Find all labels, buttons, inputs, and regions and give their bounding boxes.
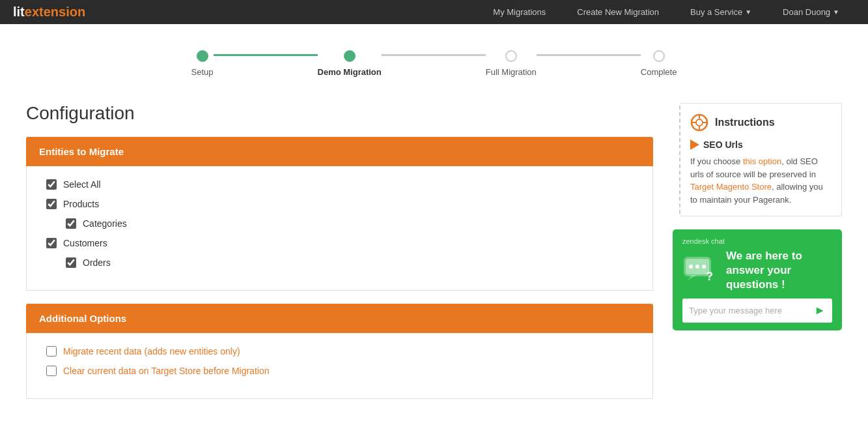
- checkbox-migrate-recent: Migrate recent data (adds new entities o…: [46, 346, 633, 357]
- step-circle-demo: [344, 50, 356, 62]
- brand-extension: extension: [25, 5, 85, 20]
- stepper-container: Setup Demo Migration Full Migration Comp…: [0, 24, 868, 90]
- step-complete: Complete: [641, 50, 677, 77]
- svg-point-1: [696, 119, 703, 126]
- checkbox-customers: Customers: [46, 238, 633, 248]
- svg-point-8: [689, 265, 693, 269]
- left-panel: Configuration Entities to Migrate Select…: [26, 103, 653, 412]
- checkbox-clear-data: Clear current data on Target Store befor…: [46, 366, 633, 376]
- step-circle-setup: [197, 50, 208, 62]
- checkbox-clear-data-input[interactable]: [46, 366, 57, 376]
- checkbox-customers-label[interactable]: Customers: [63, 238, 107, 248]
- zendesk-header: zendesk chat: [682, 237, 832, 245]
- chevron-down-icon: ▼: [833, 8, 839, 16]
- checkbox-categories-label[interactable]: Categories: [83, 218, 127, 229]
- nav-my-migrations[interactable]: My Migrations: [477, 0, 561, 24]
- step-demo-migration: Demo Migration: [318, 50, 382, 77]
- nav-buy-service[interactable]: Buy a Service ▼: [675, 0, 767, 24]
- entities-section: Entities to Migrate Select All Products …: [26, 137, 653, 291]
- instructions-title: Instructions: [715, 117, 775, 128]
- instructions-icon: [690, 113, 708, 132]
- options-section-header: Additional Options: [26, 304, 653, 333]
- checkbox-orders-input[interactable]: [66, 257, 76, 268]
- chat-input-bar[interactable]: Type your message here ►: [682, 299, 832, 323]
- svg-point-10: [702, 265, 706, 269]
- options-section: Additional Options Migrate recent data (…: [26, 304, 653, 399]
- main-content: Configuration Entities to Migrate Select…: [0, 90, 868, 412]
- step-circle-full: [505, 50, 517, 62]
- chevron-down-icon: ▼: [745, 8, 751, 16]
- entities-section-header: Entities to Migrate: [26, 137, 653, 166]
- checkbox-categories: Categories: [66, 218, 633, 229]
- checkbox-select-all-label[interactable]: Select All: [63, 179, 101, 190]
- step-label-demo: Demo Migration: [318, 67, 382, 77]
- seo-arrow-icon: [690, 139, 699, 150]
- chat-icon-svg: ?: [682, 252, 718, 287]
- checkbox-migrate-recent-label[interactable]: Migrate recent data (adds new entities o…: [63, 346, 240, 357]
- zendesk-message: We are here to answer your questions !: [726, 249, 832, 292]
- nav-links: My Migrations Create New Migration Buy a…: [477, 0, 855, 24]
- step-circle-complete: [653, 50, 665, 62]
- step-line-3: [537, 54, 641, 56]
- chat-send-icon[interactable]: ►: [814, 304, 826, 317]
- right-panel: Instructions SEO Urls If you choose this…: [673, 103, 842, 412]
- options-section-body: Migrate recent data (adds new entities o…: [26, 333, 653, 399]
- checkbox-categories-input[interactable]: [66, 218, 76, 229]
- checkbox-products: Products: [46, 199, 633, 209]
- svg-point-9: [695, 265, 699, 269]
- step-setup: Setup: [191, 50, 214, 77]
- step-label-setup: Setup: [191, 67, 214, 77]
- seo-description: If you choose this option, old SEO urls …: [690, 155, 832, 206]
- brand-lit: lit: [13, 5, 25, 20]
- nav-user-menu[interactable]: Doan Duong ▼: [767, 0, 855, 24]
- step-label-complete: Complete: [641, 67, 677, 77]
- chat-bubble-icon: ?: [682, 252, 718, 289]
- seo-title: SEO Urls: [690, 139, 832, 150]
- entities-section-body: Select All Products Categories Customers: [26, 166, 653, 291]
- step-label-full: Full Migration: [486, 67, 537, 77]
- instructions-header: Instructions: [690, 113, 832, 132]
- zendesk-chat-widget: zendesk chat ? We are here to ans: [673, 229, 842, 330]
- checkbox-customers-input[interactable]: [46, 238, 57, 248]
- checkbox-products-input[interactable]: [46, 199, 57, 209]
- svg-text:?: ?: [706, 270, 713, 283]
- step-line-2: [382, 54, 486, 56]
- step-full-migration: Full Migration: [486, 50, 537, 77]
- checkbox-select-all: Select All: [46, 179, 633, 190]
- brand-logo: litextension: [13, 5, 85, 20]
- checkbox-orders-label[interactable]: Orders: [83, 257, 111, 268]
- nav-create-migration[interactable]: Create New Migration: [561, 0, 675, 24]
- checkbox-products-label[interactable]: Products: [63, 199, 99, 209]
- stepper: Setup Demo Migration Full Migration Comp…: [191, 50, 677, 77]
- checkbox-orders: Orders: [66, 257, 633, 268]
- page-title: Configuration: [26, 103, 653, 124]
- step-line-1: [214, 54, 318, 56]
- navbar: litextension My Migrations Create New Mi…: [0, 0, 868, 24]
- chat-input-placeholder: Type your message here: [689, 306, 782, 315]
- checkbox-select-all-input[interactable]: [46, 179, 57, 190]
- checkbox-migrate-recent-input[interactable]: [46, 346, 57, 357]
- checkbox-clear-data-label[interactable]: Clear current data on Target Store befor…: [63, 366, 269, 376]
- instructions-panel: Instructions SEO Urls If you choose this…: [679, 103, 842, 216]
